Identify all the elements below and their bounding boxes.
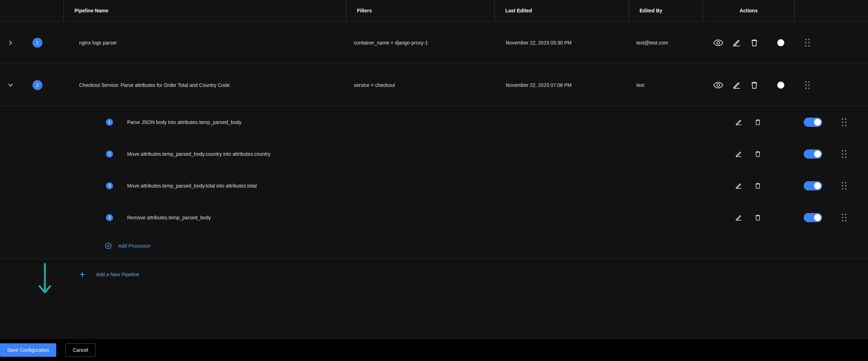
processor-index-badge: 3 [106, 182, 113, 189]
drag-handle-icon[interactable] [842, 118, 846, 126]
add-pipeline-label: Add a New Pipeline [96, 272, 139, 277]
processor-toggle[interactable] [804, 118, 822, 127]
drag-handle-icon[interactable] [842, 214, 846, 221]
processor-name: Remove attributes.temp_parsed_body [113, 215, 734, 220]
processor-list: 1 Parse JSON body into attributes.temp_p… [0, 106, 868, 258]
processor-name: Parse JSON body into attributes.temp_par… [113, 119, 734, 125]
pipeline-last-edited: November 22, 2023 07:08 PM [494, 82, 629, 88]
delete-icon[interactable] [753, 213, 763, 223]
edit-icon[interactable] [732, 38, 741, 48]
processor-row: 2 Move attributes.temp_parsed_body.count… [0, 138, 868, 170]
cancel-button[interactable]: Cancel [65, 343, 96, 357]
delete-icon[interactable] [750, 38, 759, 48]
view-icon[interactable] [713, 80, 723, 90]
processor-name: Move attributes.temp_parsed_body.country… [113, 151, 734, 157]
pipeline-filter: service = checkout [346, 82, 494, 88]
edit-icon[interactable] [732, 80, 741, 90]
bottom-bar: Save Configuration Cancel [0, 339, 868, 361]
plus-icon [79, 271, 85, 278]
processor-toggle[interactable] [804, 181, 822, 190]
col-edited-by: Edited By [629, 0, 703, 21]
delete-icon[interactable] [753, 149, 763, 159]
edit-icon[interactable] [734, 181, 744, 191]
pipeline-last-edited: November 22, 2023 05:30 PM [494, 40, 629, 46]
save-configuration-button[interactable]: Save Configuration [0, 343, 56, 357]
pipeline-row: 2 Checkout Service: Parse attributes for… [0, 64, 868, 106]
processor-index-badge: 1 [106, 119, 113, 126]
processor-row: 3 Move attributes.temp_parsed_body.total… [0, 170, 868, 202]
drag-handle-icon[interactable] [805, 39, 810, 47]
pipeline-row: 1 nginx logs parser container_name = dja… [0, 21, 868, 64]
chevron-down-icon[interactable] [6, 81, 15, 89]
pipeline-index-badge: 1 [32, 38, 42, 48]
col-actions: Actions [703, 0, 795, 21]
col-spacer [0, 0, 64, 21]
drag-handle-icon[interactable] [842, 182, 846, 190]
pipeline-edited-by: test [629, 82, 703, 88]
pipeline-filter: container_name = django-proxy-1 [346, 40, 494, 46]
svg-point-0 [717, 41, 720, 44]
drag-handle-icon[interactable] [805, 81, 810, 89]
col-last-edited: Last Edited [494, 0, 629, 21]
add-pipeline-button[interactable]: Add a New Pipeline [0, 258, 868, 290]
edit-icon[interactable] [734, 117, 744, 127]
pipeline-edited-by: test@test.com [629, 40, 703, 46]
add-processor-button[interactable]: Add Processor [0, 233, 868, 258]
pipeline-name: nginx logs parser [64, 40, 346, 46]
svg-point-1 [717, 84, 720, 87]
col-filters: Filters [346, 0, 494, 21]
drag-handle-icon[interactable] [842, 150, 846, 158]
processor-index-badge: 2 [106, 150, 113, 158]
add-processor-label: Add Processor [118, 243, 151, 249]
edit-icon[interactable] [734, 213, 744, 223]
col-spacer-right [795, 0, 868, 21]
arrow-down-indicator-icon [36, 262, 54, 297]
processor-toggle[interactable] [804, 213, 822, 222]
delete-icon[interactable] [750, 80, 759, 90]
col-pipeline-name: Pipeline Name [64, 0, 346, 21]
edit-icon[interactable] [734, 149, 744, 159]
plus-circle-icon [105, 242, 112, 249]
table-header: Pipeline Name Filters Last Edited Edited… [0, 0, 868, 21]
pipeline-index-badge: 2 [32, 80, 42, 90]
processor-name: Move attributes.temp_parsed_body.total i… [113, 183, 734, 189]
delete-icon[interactable] [753, 117, 763, 127]
chevron-right-icon[interactable] [6, 39, 15, 47]
view-icon[interactable] [713, 38, 723, 48]
processor-toggle[interactable] [804, 149, 822, 159]
processor-row: 4 Remove attributes.temp_parsed_body [0, 202, 868, 233]
processor-row: 1 Parse JSON body into attributes.temp_p… [0, 106, 868, 138]
pipeline-name: Checkout Service: Parse attributes for O… [64, 82, 346, 88]
delete-icon[interactable] [753, 181, 763, 191]
processor-index-badge: 4 [106, 214, 113, 221]
